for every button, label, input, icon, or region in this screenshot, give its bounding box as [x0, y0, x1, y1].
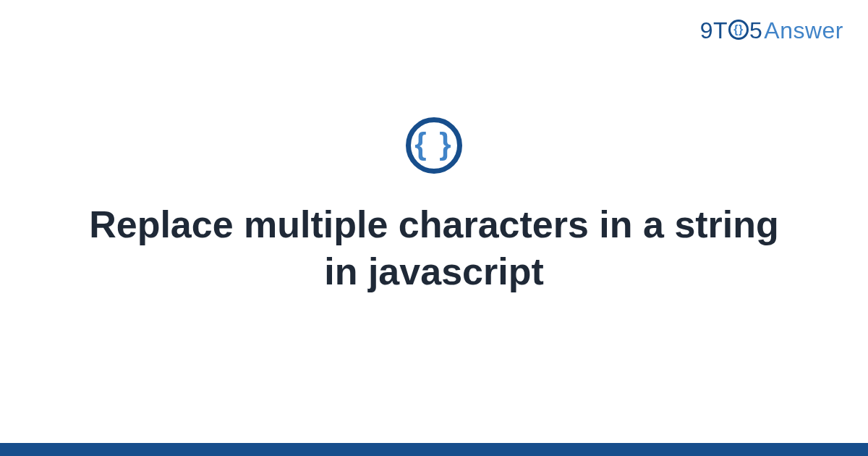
main-content: { } Replace multiple characters in a str…: [0, 0, 868, 456]
code-braces-glyph: { }: [414, 129, 453, 159]
topic-icon-wrapper: { }: [406, 117, 462, 174]
footer-accent-bar: [0, 443, 868, 456]
page-title: Replace multiple characters in a string …: [87, 201, 781, 295]
code-braces-icon: { }: [406, 117, 462, 174]
